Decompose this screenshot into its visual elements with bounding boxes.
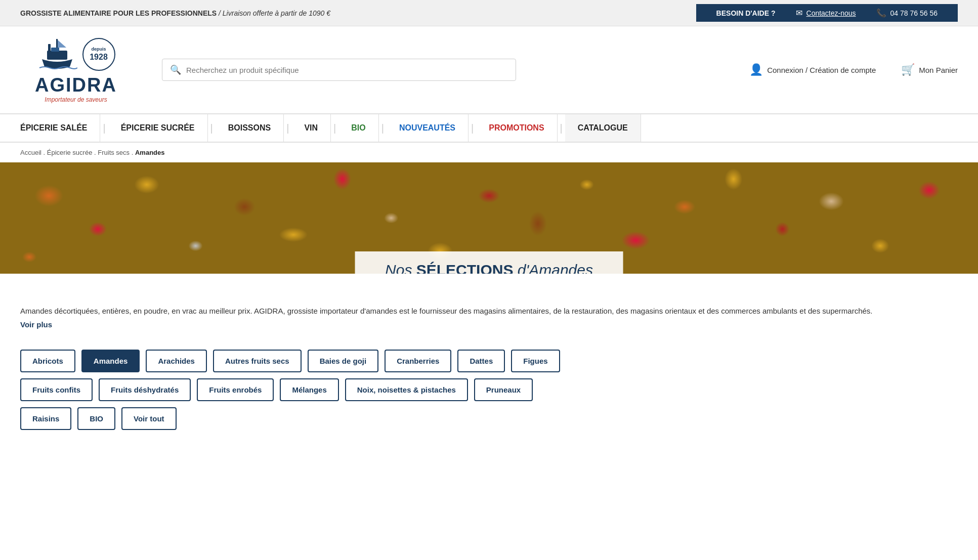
account-icon: 👤: [749, 63, 763, 76]
filter-arachides[interactable]: Arachides: [146, 350, 207, 372]
nav-item-boissons[interactable]: BOISSONS: [216, 114, 284, 142]
filter-fruits-deshydrates[interactable]: Fruits déshydratés: [99, 378, 191, 401]
svg-rect-3: [48, 44, 51, 51]
nav-item-bio[interactable]: BIO: [338, 114, 378, 142]
hero-nos: Nos: [385, 262, 412, 274]
filter-noix[interactable]: Noix, noisettes & pistaches: [345, 378, 468, 401]
promo-bold: GROSSISTE ALIMENTAIRE POUR LES PROFESSIO…: [20, 9, 217, 17]
filter-cranberries[interactable]: Cranberries: [385, 350, 451, 372]
breadcrumb-fruits-secs[interactable]: Fruits secs: [98, 149, 130, 156]
hero-selections: SÉLECTIONS: [416, 262, 514, 274]
filter-autres-fruits-secs[interactable]: Autres fruits secs: [213, 350, 302, 372]
hero-d-amandes: d'Amandes: [518, 262, 593, 274]
nav-bar: ÉPICERIE SALÉE | ÉPICERIE SUCRÉE | BOISS…: [0, 114, 978, 143]
contact-link[interactable]: Contactez-nous: [806, 9, 856, 17]
nav-item-epicerie-sucree[interactable]: ÉPICERIE SUCRÉE: [108, 114, 208, 142]
logo-image: depuis 1928: [37, 36, 115, 72]
filter-abricots[interactable]: Abricots: [20, 350, 75, 372]
filter-voir-tout[interactable]: Voir tout: [121, 407, 177, 430]
filter-pruneaux[interactable]: Pruneaux: [474, 378, 533, 401]
logo-name: AGIDRA: [35, 74, 117, 96]
filter-bio[interactable]: BIO: [77, 407, 115, 430]
phone-number: 04 78 76 56 56: [890, 9, 938, 17]
svg-rect-0: [47, 51, 67, 60]
breadcrumb-accueil[interactable]: Accueil: [20, 149, 41, 156]
filter-raisins[interactable]: Raisins: [20, 407, 71, 430]
nav-separator-4: |: [331, 122, 338, 134]
filters-row-2: Fruits confits Fruits déshydratés Fruits…: [20, 378, 958, 401]
filter-baies-de-goji[interactable]: Baies de goji: [308, 350, 379, 372]
nav-item-vin[interactable]: VIN: [291, 114, 331, 142]
filter-dattes[interactable]: Dattes: [457, 350, 505, 372]
nav-item-catalogue[interactable]: CATALOGUE: [565, 114, 641, 142]
description-section: Amandes décortiquées, entières, en poudr…: [0, 274, 911, 339]
breadcrumb: Accueil . Épicerie sucrée . Fruits secs …: [0, 143, 978, 162]
filters-row-1: Abricots Amandes Arachides Autres fruits…: [20, 350, 958, 372]
hero-title: Nos SÉLECTIONS d'Amandes: [385, 262, 593, 274]
filter-fruits-enrobes[interactable]: Fruits enrobés: [197, 378, 274, 401]
search-input[interactable]: [186, 66, 508, 74]
nav-separator-7: |: [558, 122, 565, 134]
account-label: Connexion / Création de compte: [767, 66, 876, 74]
promo-italic: / Livraison offerte à partir de 1090 €: [219, 9, 330, 17]
filter-figues[interactable]: Figues: [511, 350, 560, 372]
header-actions: 👤 Connexion / Création de compte 🛒 Mon P…: [749, 63, 958, 76]
nav-separator-5: |: [379, 122, 387, 134]
nav-item-promotions[interactable]: PROMOTIONS: [476, 114, 557, 142]
nav-item-epicerie-salee[interactable]: ÉPICERIE SALÉE: [20, 114, 100, 142]
breadcrumb-epicerie-sucree[interactable]: Épicerie sucrée: [47, 149, 93, 156]
help-label: BESOIN D'AIDE ?: [716, 9, 776, 17]
top-bar: GROSSISTE ALIMENTAIRE POUR LES PROFESSIO…: [0, 0, 978, 26]
breadcrumb-sep-3: .: [132, 149, 135, 156]
filter-melanges[interactable]: Mélanges: [280, 378, 338, 401]
cart-label: Mon Panier: [919, 66, 958, 74]
logo-area: depuis 1928 AGIDRA Importateur de saveur…: [20, 36, 132, 103]
hero-banner: Nos SÉLECTIONS d'Amandes: [0, 162, 978, 274]
breadcrumb-sep-1: .: [44, 149, 47, 156]
nav-separator-6: |: [469, 122, 476, 134]
header: depuis 1928 AGIDRA Importateur de saveur…: [0, 26, 978, 114]
account-link[interactable]: 👤 Connexion / Création de compte: [749, 63, 876, 76]
search-icon: 🔍: [170, 64, 181, 75]
filters-section: Abricots Amandes Arachides Autres fruits…: [0, 339, 978, 451]
hero-title-box: Nos SÉLECTIONS d'Amandes: [355, 251, 623, 274]
email-icon: ✉: [796, 8, 802, 18]
filters-row-3: Raisins BIO Voir tout: [20, 407, 958, 430]
cart-link[interactable]: 🛒 Mon Panier: [901, 63, 958, 76]
voir-plus-link[interactable]: Voir plus: [20, 320, 52, 329]
top-bar-promo: GROSSISTE ALIMENTAIRE POUR LES PROFESSIO…: [20, 9, 330, 17]
logo-badge: depuis 1928: [82, 38, 115, 71]
nav-item-nouveautes[interactable]: NOUVEAUTÉS: [387, 114, 469, 142]
nav-separator-2: |: [208, 122, 216, 134]
description-text: Amandes décortiquées, entières, en poudr…: [20, 304, 890, 318]
logo-ship-icon: [37, 36, 77, 72]
nav-separator-1: |: [100, 122, 108, 134]
svg-rect-2: [51, 48, 59, 52]
filter-amandes[interactable]: Amandes: [81, 350, 140, 372]
nav-separator-3: |: [284, 122, 291, 134]
logo-subtitle: Importateur de saveurs: [45, 96, 107, 103]
search-box[interactable]: 🔍: [162, 59, 516, 81]
filter-fruits-confits[interactable]: Fruits confits: [20, 378, 93, 401]
breadcrumb-current: Amandes: [135, 149, 165, 156]
top-bar-help: BESOIN D'AIDE ? ✉ Contactez-nous 📞 04 78…: [696, 4, 958, 22]
search-area: 🔍: [162, 59, 516, 81]
phone-icon: 📞: [876, 8, 886, 18]
cart-icon: 🛒: [901, 63, 915, 76]
